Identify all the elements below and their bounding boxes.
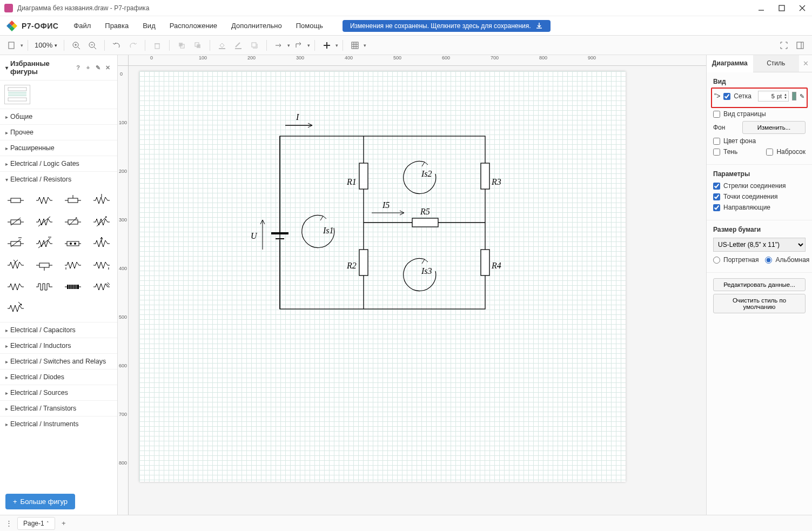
- cat-advanced[interactable]: ▸Расширенные: [0, 140, 117, 156]
- shape-resistor-3[interactable]: [61, 191, 86, 210]
- shape-resistor-7[interactable]: [61, 213, 86, 231]
- cat-misc[interactable]: ▸Прочее: [0, 124, 117, 140]
- cat-switches[interactable]: ▸Electrical / Switches and Relays: [0, 353, 117, 369]
- shadow-button[interactable]: [247, 38, 262, 53]
- shape-resistor-18[interactable]: [32, 278, 57, 296]
- to-back-button[interactable]: [190, 38, 205, 53]
- clear-style-button[interactable]: Очистить стиль по умолчанию: [713, 294, 806, 313]
- edit-icon[interactable]: ✎: [94, 63, 102, 72]
- page-tab-1[interactable]: Page-1 ˄: [17, 517, 55, 530]
- table-button[interactable]: [347, 38, 363, 53]
- add-page-button[interactable]: +: [58, 519, 69, 527]
- shape-resistor-12[interactable]: [89, 234, 114, 253]
- menu-help[interactable]: Помощь: [291, 18, 328, 33]
- landscape-radio[interactable]: [765, 257, 772, 264]
- menu-view[interactable]: Вид: [137, 18, 161, 33]
- line-color-button[interactable]: [231, 38, 246, 53]
- portrait-radio[interactable]: [713, 257, 720, 264]
- tab-style[interactable]: Стиль: [753, 55, 800, 72]
- zoom-out-button[interactable]: [85, 38, 100, 53]
- menu-edit[interactable]: Правка: [99, 18, 134, 33]
- svg-text:I: I: [296, 112, 299, 122]
- bg-change-button[interactable]: Изменить...: [742, 121, 806, 134]
- redo-button[interactable]: [125, 38, 140, 53]
- zoom-select[interactable]: 100% ▾: [32, 41, 59, 49]
- to-front-button[interactable]: [174, 38, 189, 53]
- shadow-checkbox[interactable]: [713, 149, 720, 156]
- unsaved-changes-banner[interactable]: Изменения не сохранены. Щелкните здесь д…: [343, 20, 551, 32]
- guides-checkbox[interactable]: [713, 204, 720, 211]
- fullscreen-button[interactable]: [776, 38, 791, 53]
- menu-arrange[interactable]: Расположение: [164, 18, 223, 33]
- paper-size-select[interactable]: US-Letter (8,5" x 11"): [713, 238, 806, 252]
- paper-section-title: Размер бумаги: [713, 226, 806, 233]
- close-panel-icon[interactable]: ✕: [799, 55, 812, 72]
- shape-resistor-5[interactable]: [3, 213, 29, 231]
- shape-resistor-19[interactable]: [61, 278, 86, 296]
- edit-data-button[interactable]: Редактировать данные...: [713, 278, 806, 291]
- grid-color-swatch[interactable]: [792, 92, 796, 100]
- pages-menu-button[interactable]: ⋮: [3, 519, 14, 527]
- shape-resistor-20[interactable]: [89, 278, 114, 296]
- cat-inductors[interactable]: ▸Electrical / Inductors: [0, 338, 117, 353]
- shape-resistor-9[interactable]: [3, 234, 29, 253]
- page-setup-button[interactable]: [4, 38, 19, 53]
- bg-color-checkbox[interactable]: [713, 138, 720, 145]
- canvas[interactable]: I U R1 R2: [129, 66, 706, 515]
- shape-resistor-10[interactable]: [32, 234, 57, 253]
- shape-resistor-17[interactable]: [3, 278, 29, 296]
- close-button[interactable]: [797, 3, 808, 14]
- svg-text:R4: R4: [491, 261, 501, 270]
- shape-resistor-15[interactable]: [61, 256, 86, 274]
- svg-rect-20: [252, 43, 256, 47]
- add-shape-icon[interactable]: +: [84, 63, 92, 72]
- tab-diagram[interactable]: Диаграмма: [707, 55, 753, 72]
- svg-line-81: [108, 283, 110, 285]
- fill-color-button[interactable]: [214, 38, 230, 53]
- cat-common[interactable]: ▸Общие: [0, 109, 117, 124]
- cat-instruments[interactable]: ▸Electrical / Instruments: [0, 416, 117, 432]
- menu-extras[interactable]: Дополнительно: [226, 18, 287, 33]
- format-panel-button[interactable]: [793, 38, 808, 53]
- shape-resistor-16[interactable]: [89, 256, 114, 274]
- cat-resistors[interactable]: ▾Electrical / Resistors: [0, 171, 117, 187]
- cat-sources[interactable]: ▸Electrical / Sources: [0, 385, 117, 400]
- conn-arrows-checkbox[interactable]: [713, 183, 720, 190]
- svg-point-62: [74, 243, 76, 245]
- cat-capacitors[interactable]: ▸Electrical / Capacitors: [0, 322, 117, 338]
- shape-resistor-1[interactable]: [3, 191, 29, 210]
- waypoints-button[interactable]: [291, 38, 306, 53]
- shape-resistor-4[interactable]: [89, 191, 114, 210]
- minimize-button[interactable]: [756, 3, 767, 14]
- page-view-checkbox[interactable]: [713, 111, 720, 118]
- menu-file[interactable]: Файл: [68, 18, 96, 33]
- help-icon[interactable]: ?: [74, 63, 82, 72]
- shape-resistor-21[interactable]: [3, 299, 29, 318]
- cat-transistors[interactable]: ▸Electrical / Transistors: [0, 400, 117, 416]
- connection-button[interactable]: [271, 38, 286, 53]
- shape-resistor-13[interactable]: [3, 256, 29, 274]
- delete-button[interactable]: [150, 38, 165, 53]
- svg-rect-101: [412, 218, 438, 227]
- more-shapes-button[interactable]: + Больше фигур: [5, 494, 75, 509]
- grid-color-edit-icon[interactable]: ✎: [800, 93, 804, 100]
- zoom-in-button[interactable]: [69, 38, 84, 53]
- conn-points-checkbox[interactable]: [713, 193, 720, 200]
- drawing-page[interactable]: I U R1 R2: [139, 71, 626, 482]
- grid-size-input[interactable]: pt ▲▼: [758, 91, 789, 102]
- svg-rect-60: [67, 241, 79, 246]
- shape-resistor-6[interactable]: [32, 213, 57, 231]
- shape-resistor-2[interactable]: [32, 191, 57, 210]
- sketch-checkbox[interactable]: [766, 149, 773, 156]
- shape-resistor-11[interactable]: [61, 234, 86, 253]
- shape-resistor-8[interactable]: [89, 213, 114, 231]
- cat-diodes[interactable]: ▸Electrical / Diodes: [0, 369, 117, 385]
- cat-logic-gates[interactable]: ▸Electrical / Logic Gates: [0, 156, 117, 171]
- insert-button[interactable]: [319, 38, 334, 53]
- undo-button[interactable]: [109, 38, 124, 53]
- shape-resistor-14[interactable]: [32, 256, 57, 274]
- grid-checkbox[interactable]: [723, 93, 730, 100]
- scratchpad-thumb[interactable]: [4, 85, 30, 104]
- close-sidebar-icon[interactable]: ✕: [104, 63, 112, 72]
- maximize-button[interactable]: [776, 3, 787, 14]
